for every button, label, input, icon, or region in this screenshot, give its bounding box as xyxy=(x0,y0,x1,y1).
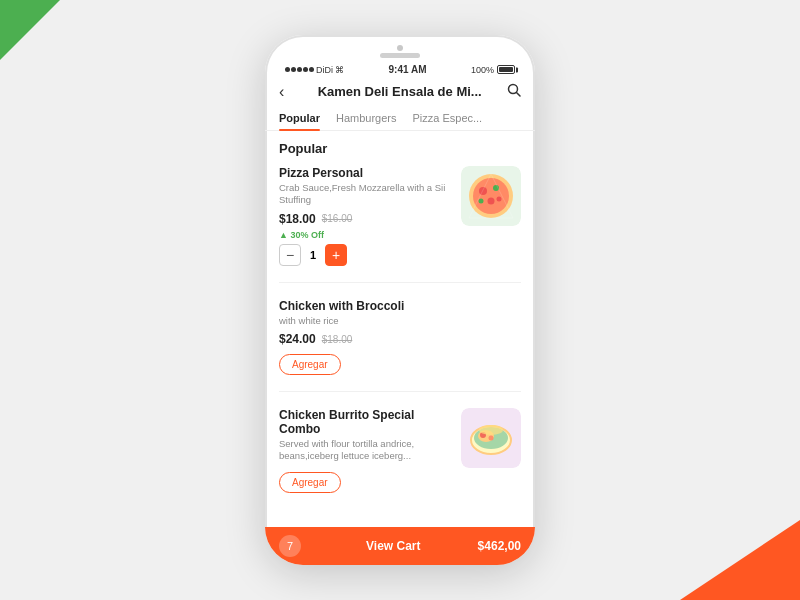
phone-top-bar xyxy=(265,35,535,62)
back-button[interactable]: ‹ xyxy=(279,84,284,100)
price-new-pizza: $18.00 xyxy=(279,212,316,226)
status-bar: DiDi ⌘ 9:41 AM 100% xyxy=(265,62,535,79)
wifi-icon: ⌘ xyxy=(335,65,344,75)
cart-item-count: 7 xyxy=(279,535,301,557)
agregar-button-chicken[interactable]: Agregar xyxy=(279,354,341,375)
status-right: 100% xyxy=(471,65,515,75)
battery-icon xyxy=(497,65,515,74)
svg-point-4 xyxy=(473,178,509,214)
battery-fill xyxy=(499,67,513,72)
item-name-chicken: Chicken with Broccoli xyxy=(279,299,521,313)
item-image-burrito xyxy=(461,408,521,468)
item-desc-burrito: Served with flour tortilla andrice, bean… xyxy=(279,438,451,463)
header: ‹ Kamen Deli Ensala de Mi... xyxy=(265,79,535,106)
corner-decoration-br xyxy=(680,520,800,600)
signal-dots xyxy=(285,67,314,72)
item-prices-chicken: $24.00 $18.00 xyxy=(279,332,521,346)
item-image-pizza xyxy=(461,166,521,226)
phone-frame: DiDi ⌘ 9:41 AM 100% ‹ Kamen Deli Ensala … xyxy=(265,35,535,565)
section-title-popular: Popular xyxy=(279,141,521,156)
svg-point-15 xyxy=(489,436,494,441)
tab-popular[interactable]: Popular xyxy=(279,106,320,130)
view-cart-label: View Cart xyxy=(309,539,478,553)
menu-item-pizza-personal: Pizza Personal Crab Sauce,Fresh Mozzarel… xyxy=(279,166,521,283)
item-desc-chicken: with white rice xyxy=(279,315,521,327)
qty-control-pizza: − 1 + xyxy=(279,244,451,266)
qty-minus-pizza[interactable]: − xyxy=(279,244,301,266)
tab-hamburgers[interactable]: Hamburgers xyxy=(336,106,397,130)
search-button[interactable] xyxy=(507,83,521,100)
price-old-pizza: $16.00 xyxy=(322,213,353,224)
svg-point-7 xyxy=(488,198,495,205)
status-time: 9:41 AM xyxy=(388,64,426,75)
view-cart-bar[interactable]: 7 View Cart $462,00 xyxy=(265,527,535,565)
qty-plus-pizza[interactable]: + xyxy=(325,244,347,266)
price-old-chicken: $18.00 xyxy=(322,334,353,345)
category-tabs: Popular Hamburgers Pizza Espec... xyxy=(265,106,535,131)
item-name-pizza: Pizza Personal xyxy=(279,166,451,180)
carrier-label: DiDi xyxy=(316,65,333,75)
svg-point-8 xyxy=(479,199,484,204)
battery-label: 100% xyxy=(471,65,494,75)
view-cart-price: $462,00 xyxy=(478,539,521,553)
restaurant-title: Kamen Deli Ensala de Mi... xyxy=(292,84,507,99)
status-left: DiDi ⌘ xyxy=(285,65,344,75)
item-name-burrito: Chicken Burrito Special Combo xyxy=(279,408,451,436)
corner-decoration-tl xyxy=(0,0,60,60)
item-prices-pizza: $18.00 $16.00 xyxy=(279,212,451,226)
price-new-chicken: $24.00 xyxy=(279,332,316,346)
svg-point-9 xyxy=(497,197,502,202)
tab-pizza-especial[interactable]: Pizza Espec... xyxy=(412,106,482,130)
item-desc-pizza: Crab Sauce,Fresh Mozzarella with a Sii S… xyxy=(279,182,451,207)
svg-point-17 xyxy=(479,425,503,435)
menu-item-burrito: Chicken Burrito Special Combo Served wit… xyxy=(279,408,521,509)
menu-content: Popular Pizza Personal Crab Sauce,Fresh … xyxy=(265,131,535,565)
svg-point-5 xyxy=(479,187,487,195)
phone-speaker xyxy=(380,53,420,58)
discount-badge-pizza: ▲ 30% Off xyxy=(279,230,451,240)
phone-camera xyxy=(397,45,403,51)
menu-item-chicken-broccoli: Chicken with Broccoli with white rice $2… xyxy=(279,299,521,392)
item-info-burrito: Chicken Burrito Special Combo Served wit… xyxy=(279,408,451,468)
svg-line-1 xyxy=(517,93,521,97)
item-info-pizza: Pizza Personal Crab Sauce,Fresh Mozzarel… xyxy=(279,166,451,266)
item-info-chicken: Chicken with Broccoli with white rice $2… xyxy=(279,299,521,375)
qty-value-pizza: 1 xyxy=(301,249,325,261)
agregar-button-burrito[interactable]: Agregar xyxy=(279,472,341,493)
